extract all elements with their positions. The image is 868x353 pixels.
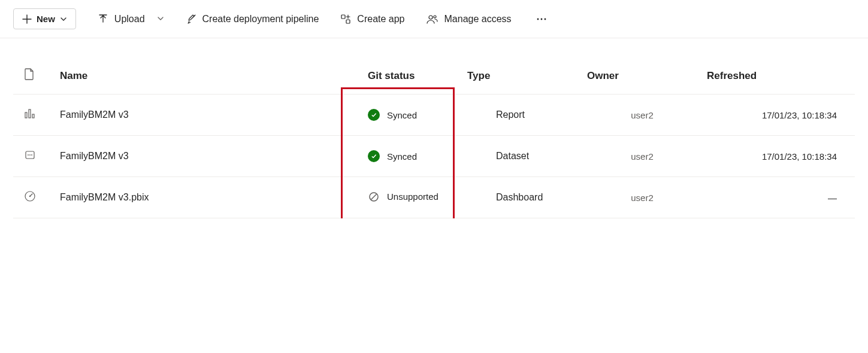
col-header-name[interactable]: Name [55,60,355,95]
table-header-row: Name Git status Type Owner Refreshed [13,60,855,95]
manage-access-button[interactable]: Manage access [427,14,512,25]
col-header-type[interactable]: Type [462,60,582,95]
git-status-cell: Synced [355,136,462,177]
upload-icon [98,14,108,25]
new-button[interactable]: New [13,8,76,29]
table-row[interactable]: FamilyBM2M v3.pbix Unsupported Dashboard… [13,177,855,218]
item-owner: user2 [582,136,702,177]
item-type-icon-cell [13,95,55,136]
report-icon [24,108,36,120]
item-name[interactable]: FamilyBM2M v3 [55,95,355,136]
create-pipeline-label: Create deployment pipeline [202,14,319,25]
git-status-label: Synced [387,110,417,120]
item-owner: user2 [582,177,702,218]
dashboard-icon [24,190,36,202]
item-refreshed: — [702,177,855,218]
rocket-icon [186,14,196,25]
svg-point-2 [429,16,433,19]
item-type: Dashboard [462,177,582,218]
svg-point-15 [29,196,31,197]
svg-point-11 [28,154,29,156]
svg-rect-0 [341,15,345,19]
git-status-cell: Unsupported [355,177,462,218]
col-header-git-status[interactable]: Git status [355,60,462,95]
col-header-refreshed[interactable]: Refreshed [702,60,855,95]
svg-point-5 [540,18,542,20]
col-header-owner[interactable]: Owner [582,60,702,95]
upload-button[interactable]: Upload [98,14,164,25]
item-type: Dataset [462,136,582,177]
item-refreshed: 17/01/23, 10:18:34 [702,95,855,136]
block-icon [368,191,380,203]
svg-point-13 [31,154,32,156]
item-name[interactable]: FamilyBM2M v3.pbix [55,177,355,218]
check-circle-icon [368,109,380,121]
item-type-icon-cell [13,136,55,177]
svg-line-17 [371,194,377,199]
git-status-cell: Synced [355,95,462,136]
plus-icon [22,14,32,24]
check-circle-icon [368,150,380,162]
git-status-label: Synced [387,151,417,162]
create-pipeline-button[interactable]: Create deployment pipeline [186,14,319,25]
toolbar: New Upload Create deployment pipeline Cr… [0,0,868,38]
people-icon [427,14,438,25]
item-refreshed: 17/01/23, 10:18:34 [702,136,855,177]
item-name[interactable]: FamilyBM2M v3 [55,136,355,177]
svg-point-4 [537,18,539,20]
svg-rect-1 [346,20,350,23]
upload-label: Upload [114,14,145,25]
manage-access-label: Manage access [444,14,512,25]
svg-rect-8 [29,109,31,118]
git-status-label: Unsupported [387,191,438,202]
item-type: Report [462,95,582,136]
new-button-label: New [37,14,55,24]
more-icon [536,13,548,25]
table-row[interactable]: FamilyBM2M v3 Synced Dataset user2 17/01… [13,136,855,177]
svg-point-6 [544,18,546,20]
chevron-down-icon [157,15,164,22]
table-row[interactable]: FamilyBM2M v3 Synced Report user2 17/01/… [13,95,855,136]
file-icon [24,68,35,80]
more-button[interactable] [533,11,550,28]
svg-rect-7 [25,112,27,118]
item-type-icon-cell [13,177,55,218]
item-owner: user2 [582,95,702,136]
svg-point-12 [29,154,31,156]
chevron-down-icon [60,16,67,23]
col-header-icon [13,60,55,95]
create-app-button[interactable]: Create app [340,14,404,25]
dataset-icon [24,149,36,161]
items-table: Name Git status Type Owner Refreshed Fam… [13,60,855,218]
svg-rect-9 [32,114,34,118]
svg-point-3 [434,16,436,18]
app-icon [340,14,351,25]
content: Name Git status Type Owner Refreshed Fam… [0,60,868,218]
create-app-label: Create app [357,14,404,25]
